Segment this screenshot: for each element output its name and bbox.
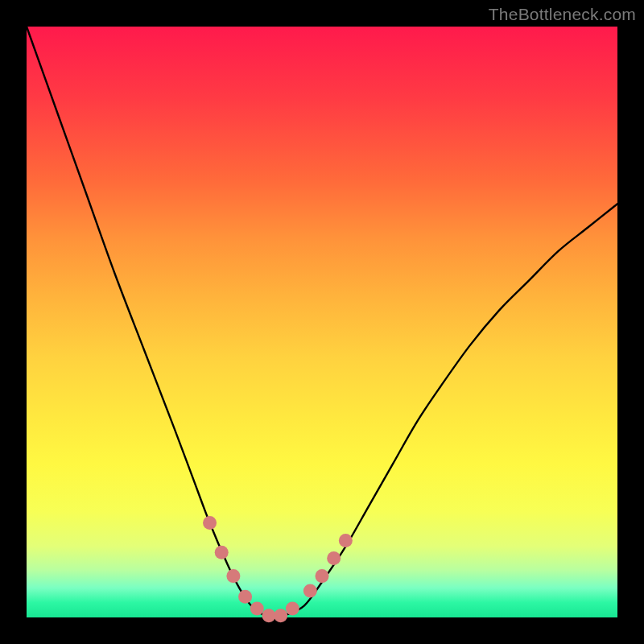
curve-marker [226, 569, 240, 583]
curve-marker [327, 551, 341, 565]
curve-marker [316, 569, 329, 583]
curve-marker [238, 590, 252, 604]
curve-marker [274, 609, 287, 622]
chart-svg [27, 27, 617, 617]
curve-marker [339, 534, 353, 547]
curve-marker [303, 584, 317, 597]
curve-marker [262, 609, 275, 622]
plot-area [27, 27, 617, 617]
curve-marker [250, 601, 264, 615]
curve-marker [286, 601, 299, 615]
curve-marker [215, 546, 229, 559]
chart-frame: TheBottleneck.com [0, 0, 644, 644]
watermark-text: TheBottleneck.com [489, 5, 636, 24]
bottleneck-curve-path [27, 27, 617, 617]
curve-marker [203, 516, 217, 530]
